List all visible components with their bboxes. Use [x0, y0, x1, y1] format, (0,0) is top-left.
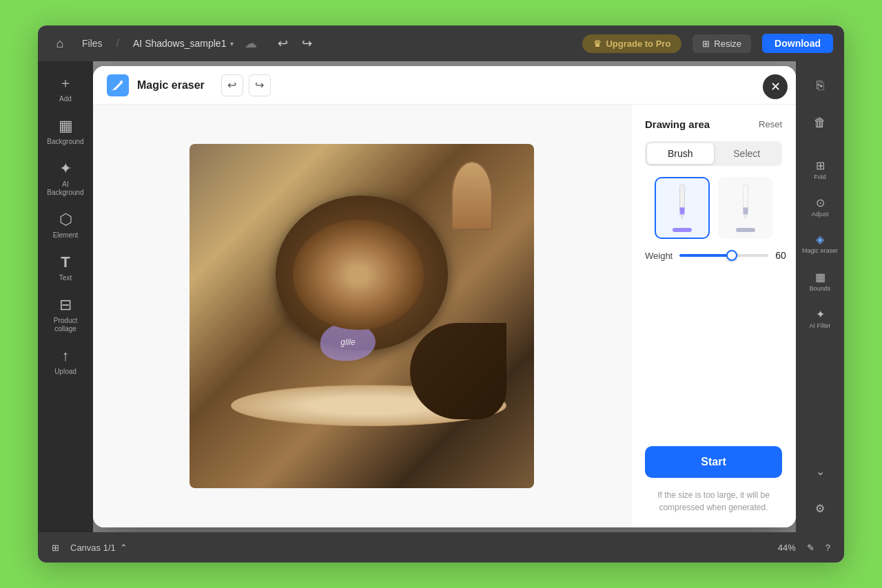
ai-filter-label: AI Filter: [809, 322, 830, 329]
modal-undo-button[interactable]: ↩: [221, 74, 243, 96]
ai-filter-icon: ✦: [816, 308, 825, 321]
canvas-area[interactable]: ✕ Magic eraser ↩ ↪: [93, 61, 796, 532]
adjust-icon: ⊙: [816, 196, 825, 209]
brush-hollow-icon: [736, 228, 755, 232]
magic-eraser-icon: ◈: [816, 233, 824, 246]
weight-label: Weight: [645, 251, 673, 261]
brush-option-outline[interactable]: [718, 177, 773, 239]
help-icon: ?: [825, 543, 830, 553]
sidebar-item-text[interactable]: T Text: [41, 248, 90, 288]
breadcrumb-sep: /: [116, 37, 119, 50]
settings-icon: ⚙: [815, 502, 825, 515]
right-sidebar-settings[interactable]: ⚙: [800, 491, 840, 525]
sidebar-item-element[interactable]: ⬡ Element: [41, 205, 90, 245]
upgrade-button[interactable]: ♛ Upgrade to Pro: [582, 34, 681, 53]
sidebar-item-label: AI Background: [44, 180, 87, 197]
svg-marker-6: [743, 215, 748, 221]
app-window: ⌂ Files / AI Shadows_sample1 ▾ ☁ ↩ ↪ ♛ U…: [38, 25, 844, 563]
select-tool-button[interactable]: Select: [714, 143, 781, 164]
panel-header: Drawing area Reset: [645, 118, 782, 130]
sidebar-item-upload[interactable]: ↑ Upload: [41, 342, 90, 381]
top-bar: ⌂ Files / AI Shadows_sample1 ▾ ☁ ↩ ↪ ♛ U…: [38, 25, 844, 61]
filename-chevron: ▾: [230, 40, 234, 48]
modal-tool-icon: [107, 74, 129, 96]
upgrade-icon: ♛: [593, 39, 602, 49]
brush-outline-icon: [738, 184, 753, 225]
modal-close-button[interactable]: ✕: [763, 74, 788, 99]
download-button[interactable]: Download: [762, 34, 833, 53]
resize-icon: ⊞: [702, 39, 710, 49]
ai-background-icon: ✦: [59, 160, 72, 178]
start-button[interactable]: Start: [645, 446, 782, 478]
right-sidebar-expand[interactable]: ⌄: [800, 454, 840, 488]
right-sidebar-fold[interactable]: ⊞ Fold: [800, 152, 840, 187]
svg-rect-1: [679, 207, 684, 214]
sidebar-item-label: Background: [47, 138, 83, 146]
fold-icon: ⊞: [816, 159, 825, 172]
modal-nav-group: ↩ ↪: [221, 74, 271, 96]
fold-label: Fold: [814, 174, 826, 180]
bounds-label: Bounds: [810, 285, 831, 292]
adjust-label: Adjust: [811, 211, 828, 218]
add-icon: ＋: [59, 74, 72, 92]
sidebar-item-product-collage[interactable]: ⊟ Product collage: [41, 291, 90, 339]
drawing-area-panel: Drawing area Reset Brush Select: [630, 105, 796, 527]
background-icon: ▦: [59, 117, 73, 135]
upload-icon: ↑: [62, 347, 70, 365]
right-sidebar-copy[interactable]: ⎘: [800, 68, 840, 103]
sidebar-item-ai-background[interactable]: ✦ AI Background: [41, 154, 90, 202]
main-area: ＋ Add ▦ Background ✦ AI Background ⬡ Ele…: [38, 61, 844, 532]
svg-marker-3: [681, 219, 683, 222]
right-sidebar-adjust[interactable]: ⊙ Adjust: [800, 189, 840, 224]
modal-topbar: Magic eraser ↩ ↪: [93, 66, 796, 105]
right-sidebar-magic-eraser[interactable]: ◈ Magic eraser: [800, 227, 840, 261]
brush-options-group: [645, 177, 782, 239]
panel-note: If the size is too large, it will be com…: [645, 489, 782, 514]
files-link[interactable]: Files: [82, 38, 103, 49]
coffee-image: glile: [189, 144, 534, 488]
bounds-icon: ▦: [815, 271, 825, 284]
drawing-area-title: Drawing area: [645, 118, 710, 130]
home-button[interactable]: ⌂: [49, 32, 71, 54]
tool-toggle: Brush Select: [645, 141, 782, 166]
bottom-bar: ⊞ Canvas 1/1 ⌃ 44% ✎ ?: [38, 532, 844, 563]
modal-image-area[interactable]: glile: [93, 105, 630, 527]
top-nav-group: ↩ ↪: [274, 33, 316, 54]
brush-fill-icon: [675, 184, 690, 225]
canvas-expand-icon: ⌃: [120, 543, 127, 553]
magic-eraser-modal: ✕ Magic eraser ↩ ↪: [93, 66, 796, 527]
right-sidebar-delete[interactable]: 🗑: [800, 105, 840, 140]
product-collage-icon: ⊟: [59, 296, 72, 314]
modal-title: Magic eraser: [137, 79, 205, 92]
right-sidebar-ai-filter[interactable]: ✦ AI Filter: [800, 301, 840, 335]
weight-slider[interactable]: [679, 254, 768, 257]
redo-button[interactable]: ↪: [298, 33, 316, 54]
modal-overlay: ✕ Magic eraser ↩ ↪: [93, 61, 796, 532]
sidebar-item-add[interactable]: ＋ Add: [41, 68, 90, 109]
zoom-level[interactable]: 44%: [778, 543, 796, 553]
right-sidebar-bounds[interactable]: ▦ Bounds: [800, 264, 840, 298]
sidebar-item-background[interactable]: ▦ Background: [41, 112, 90, 151]
left-sidebar: ＋ Add ▦ Background ✦ AI Background ⬡ Ele…: [38, 61, 93, 532]
edit-button[interactable]: ✎: [807, 543, 814, 553]
sidebar-item-label: Add: [59, 95, 72, 103]
brush-option-fill[interactable]: [655, 177, 710, 239]
cloud-save-icon[interactable]: ☁: [245, 36, 257, 51]
filename-label[interactable]: AI Shadows_sample1 ▾: [133, 38, 234, 49]
canvas-info[interactable]: Canvas 1/1 ⌃: [70, 543, 127, 553]
undo-button[interactable]: ↩: [274, 33, 292, 54]
sidebar-item-label: Product collage: [44, 317, 87, 333]
sidebar-item-label: Element: [53, 231, 79, 240]
weight-value: 60: [775, 250, 786, 261]
resize-button[interactable]: ⊞ Resize: [693, 34, 751, 53]
brush-tool-button[interactable]: Brush: [647, 143, 714, 164]
reset-button[interactable]: Reset: [759, 119, 782, 129]
right-sidebar: ⎘ 🗑 ⊞ Fold ⊙ Adjust ◈ Magic eraser ▦ Bou…: [796, 61, 844, 532]
edit-icon: ✎: [807, 543, 814, 553]
layers-button[interactable]: ⊞: [52, 543, 59, 553]
help-button[interactable]: ?: [825, 543, 830, 553]
layers-icon: ⊞: [52, 543, 59, 553]
expand-icon: ⌄: [816, 465, 825, 478]
modal-redo-button[interactable]: ↪: [249, 74, 271, 96]
sidebar-item-label: Text: [59, 274, 72, 282]
